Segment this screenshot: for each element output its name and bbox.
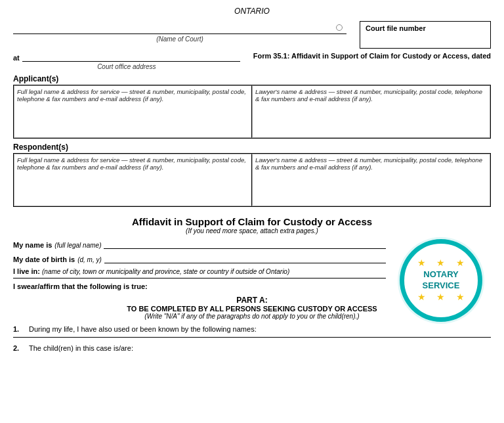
star-5: ★	[436, 292, 445, 302]
dob-field[interactable]	[104, 253, 386, 263]
notary-stars-bottom: ★ ★ ★	[411, 292, 471, 302]
applicant-col1[interactable]: Full legal name & address for service — …	[14, 85, 252, 138]
court-name-line[interactable]	[13, 21, 346, 34]
notary-stamp: ★ ★ ★ NOTARY SERVICE ★ ★ ★	[399, 238, 484, 324]
applicants-table: Full legal name & address for service — …	[13, 85, 491, 139]
live-in-label: I live in:	[13, 267, 40, 275]
page-title: ONTARIO	[13, 7, 491, 16]
respondents-table: Full legal name & address for service — …	[13, 153, 491, 207]
respondent-col1[interactable]: Full legal name & address for service — …	[14, 154, 252, 206]
name-hint: (full legal name)	[54, 242, 101, 249]
court-file-box[interactable]: Court file number	[360, 21, 491, 49]
at-section: at Court office address	[13, 51, 253, 70]
circle-icon	[336, 24, 343, 31]
item-2: 2. The child(ren) in this case is/are:	[13, 344, 491, 352]
item-1: 1. During my life, I have also used or b…	[13, 325, 491, 333]
notary-line2: SERVICE	[423, 280, 460, 292]
court-name-label: (Name of Court)	[13, 35, 346, 43]
respondents-label: Respondent(s)	[13, 143, 491, 152]
item-1-num: 1.	[13, 325, 29, 333]
court-name-area: (Name of Court)	[13, 21, 360, 43]
respondent-col2[interactable]: Lawyer's name & address — street & numbe…	[252, 154, 490, 206]
applicant-col2[interactable]: Lawyer's name & address — street & numbe…	[252, 85, 490, 138]
item-2-text: The child(ren) in this case is/are:	[29, 344, 491, 352]
at-line[interactable]	[22, 51, 240, 62]
star-4: ★	[417, 292, 426, 302]
star-3: ★	[456, 257, 465, 268]
live-in-hint: (name of city, town or municipality and …	[42, 268, 289, 275]
notary-line1: NOTARY	[423, 269, 460, 280]
affidavit-subtitle: (If you need more space, attach extra pa…	[13, 227, 491, 234]
court-office-label: Court office address	[13, 63, 240, 70]
live-in-field[interactable]	[13, 278, 386, 278]
dob-label: My date of birth is	[13, 256, 75, 263]
court-file-label: Court file number	[366, 24, 485, 32]
notary-stars: ★ ★ ★	[411, 257, 471, 268]
notary-border-outer: ★ ★ ★ NOTARY SERVICE ★ ★ ★	[399, 238, 483, 323]
star-6: ★	[456, 292, 465, 302]
applicants-label: Applicant(s)	[13, 74, 491, 83]
affidavit-main-title: Affidavit in Support of Claim for Custod…	[13, 216, 491, 227]
dob-hint: (d, m, y)	[77, 256, 102, 263]
item-1-text: During my life, I have also used or been…	[29, 325, 491, 333]
form-title: Form 35.1: Affidavit in Support of Claim…	[253, 51, 491, 61]
name-field[interactable]	[104, 238, 386, 249]
notary-circle: ★ ★ ★ NOTARY SERVICE ★ ★ ★	[402, 241, 480, 320]
star-1: ★	[417, 257, 426, 268]
at-label: at	[13, 54, 20, 62]
star-2: ★	[436, 257, 445, 268]
form-fields: ★ ★ ★ NOTARY SERVICE ★ ★ ★ My name is (f…	[13, 238, 491, 290]
item-2-num: 2.	[13, 344, 29, 352]
notary-text: NOTARY SERVICE	[423, 269, 460, 292]
affidavit-title-section: Affidavit in Support of Claim for Custod…	[13, 216, 491, 234]
name-label: My name is	[13, 241, 52, 249]
